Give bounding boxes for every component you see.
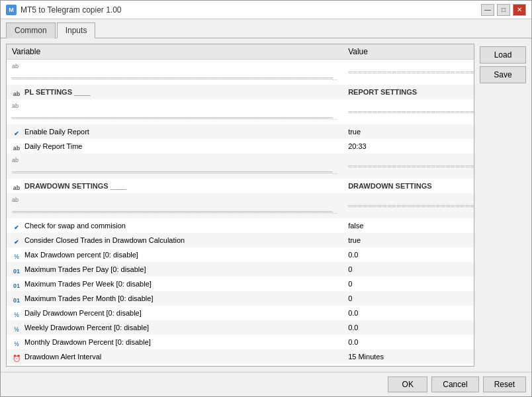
close-button[interactable]: ✕ <box>513 4 526 16</box>
bottom-bar: OK Cancel Reset <box>1 372 531 396</box>
table-row: ab ═════════════════════════════════════… <box>7 60 474 85</box>
row-icon: ½ <box>12 324 21 333</box>
row-icon: ✔ <box>12 128 21 137</box>
table-row: ⏰ Drawdown Alert Interval15 Minutes <box>7 349 474 364</box>
table-row: ½ Monthly Drawdown Percent [0: disable]0… <box>7 335 474 349</box>
table-row: ab DRAWDOWN SETTINGS ____DRAWDOWN SETTIN… <box>7 179 474 193</box>
row-icon: ⏰ <box>12 353 21 362</box>
table-row: ½ Weekly Drawdown Percent [0: disable]0.… <box>7 320 474 335</box>
table-row: ab ═════════════════════════════════════… <box>7 99 474 124</box>
side-buttons: Load Save <box>480 44 526 367</box>
table-row: 01 Maximum Trades Per Month [0: disable]… <box>7 291 474 306</box>
table-row: 01 Maximum Trades Per Day [0: disable]0 <box>7 262 474 277</box>
cancel-button[interactable]: Cancel <box>431 376 478 392</box>
settings-table: Variable Value ab ══════════════════════… <box>7 44 474 367</box>
window-title: MT5 to Telegram copier 1.00 <box>21 5 122 15</box>
table-row: ✔ Consider Closed Trades in Drawdown Cal… <box>7 233 474 247</box>
tab-inputs[interactable]: Inputs <box>57 22 96 38</box>
tab-common[interactable]: Common <box>6 22 56 38</box>
row-icon: 01 <box>12 265 21 275</box>
row-icon: 01 <box>12 294 21 304</box>
title-bar: M MT5 to Telegram copier 1.00 — □ ✕ <box>1 1 531 19</box>
table-row: ab ═════════════════════════════════════… <box>7 154 474 179</box>
reset-button[interactable]: Reset <box>483 376 526 392</box>
tab-bar: Common Inputs <box>1 19 531 38</box>
title-controls: — □ ✕ <box>481 4 526 16</box>
col-variable: Variable <box>7 44 343 60</box>
row-icon: 01 <box>12 280 21 289</box>
ok-button[interactable]: OK <box>388 376 427 392</box>
title-bar-left: M MT5 to Telegram copier 1.00 <box>6 5 122 15</box>
table-row: ½ Max Drawdown percent [0: disable]0.0 <box>7 247 474 262</box>
table-row: ✔ Enable Daily Reporttrue <box>7 124 474 139</box>
table-row: 01 Maximum Trades Per Week [0: disable]0 <box>7 277 474 291</box>
section-icon: ab <box>12 88 21 97</box>
table-panel: Variable Value ab ══════════════════════… <box>6 44 474 367</box>
app-icon: M <box>6 5 17 15</box>
load-button[interactable]: Load <box>480 46 526 64</box>
main-window: M MT5 to Telegram copier 1.00 — □ ✕ Comm… <box>0 0 532 397</box>
minimize-button[interactable]: — <box>481 4 494 16</box>
content-area: Variable Value ab ══════════════════════… <box>1 38 531 372</box>
row-icon: ✔ <box>12 236 21 245</box>
row-icon: ½ <box>12 338 21 347</box>
table-row: ab Daily Report Time20:33 <box>7 139 474 154</box>
row-icon: ½ <box>12 309 21 318</box>
table-row: ab PL SETTINGS ____REPORT SETTINGS <box>7 85 474 99</box>
section-icon: ab <box>12 182 21 191</box>
row-icon: ✔ <box>12 222 21 231</box>
col-value: Value <box>343 44 474 60</box>
save-button[interactable]: Save <box>480 66 526 83</box>
row-icon: ½ <box>12 251 21 260</box>
table-row: ½ Daily Drawdown Percent [0: disable]0.0 <box>7 306 474 320</box>
table-row: ab ═════════════════════════════════════… <box>7 364 474 367</box>
maximize-button[interactable]: □ <box>497 4 510 16</box>
row-icon: ab <box>12 142 21 152</box>
table-row: ab ═════════════════════════════════════… <box>7 193 474 218</box>
table-row: ✔ Check for swap and commisionfalse <box>7 218 474 233</box>
